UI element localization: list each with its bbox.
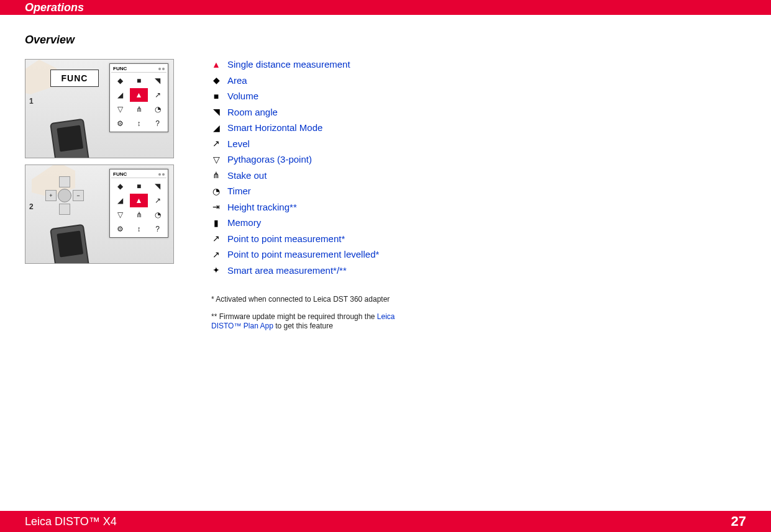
func-key: FUNC [50, 70, 99, 87]
device-body [50, 119, 91, 158]
screen-header-label: FUNC [113, 66, 127, 71]
footer-page: 27 [731, 513, 746, 530]
function-link[interactable]: Height tracking** [227, 201, 297, 214]
height-tracking-icon: ⇥ [211, 202, 221, 212]
function-item: ◔Timer [211, 185, 404, 197]
grid-cell: ▽ [111, 208, 129, 222]
grid-cell: ▽ [111, 102, 129, 116]
function-item: ▲Single distance measurement [211, 58, 404, 71]
function-item: ↗Point to point measurement* [211, 233, 404, 245]
right-column: ▲Single distance measurement ◆Area ■Volu… [211, 34, 404, 339]
grid-cell-selected: ▲ [130, 194, 148, 207]
function-item: ▽Pythagoras (3-point) [211, 153, 404, 166]
grid-cell: ◢ [111, 194, 129, 207]
function-link[interactable]: Smart Horizontal Mode [227, 122, 322, 134]
function-link[interactable]: Timer [227, 185, 251, 197]
function-item: ▮Memory [211, 217, 404, 229]
footnote-2: ** Firmware update might be required thr… [211, 312, 404, 331]
level-icon: ↗ [211, 139, 221, 149]
function-link[interactable]: Smart area measurement*/** [227, 264, 347, 277]
p2p-icon: ↗ [211, 234, 221, 244]
footnotes: * Activated when connected to Leica DST … [211, 295, 404, 331]
screen-header: FUNC [111, 171, 167, 178]
single-distance-icon: ▲ [211, 60, 221, 70]
function-link[interactable]: Memory [227, 217, 261, 229]
step-number: 1 [29, 97, 34, 106]
function-link[interactable]: Point to point measurement levelled* [227, 248, 379, 261]
function-link[interactable]: Point to point measurement* [227, 233, 345, 245]
header-title: Operations [25, 1, 84, 14]
content: Overview 1 FUNC FUNC ◆ ■ ◥ ◢ ▲ ↗ [0, 15, 771, 358]
screen-grid: ◆ ■ ◥ ◢ ▲ ↗ ▽ ⋔ ◔ ⚙ ↕ ? [111, 179, 167, 236]
pythagoras-icon: ▽ [211, 155, 221, 165]
grid-cell: ◔ [148, 102, 167, 116]
page-dots-icon [158, 173, 165, 176]
function-link[interactable]: Stake out [227, 169, 267, 182]
step-number: 2 [29, 202, 34, 211]
function-link[interactable]: Pythagoras (3-point) [227, 153, 312, 166]
screen-header-label: FUNC [113, 171, 127, 177]
grid-cell: ⚙ [111, 222, 129, 236]
room-angle-icon: ◥ [211, 107, 221, 117]
footer-product: Leica DISTO™ X4 [25, 515, 117, 528]
grid-cell: ◔ [148, 208, 167, 222]
volume-icon: ■ [211, 91, 221, 101]
grid-cell: ↕ [130, 222, 148, 236]
illustration-step-1: 1 FUNC FUNC ◆ ■ ◥ ◢ ▲ ↗ ▽ ⋔ [25, 59, 174, 158]
grid-cell: ↕ [130, 117, 148, 130]
grid-cell: ◥ [148, 74, 167, 88]
timer-icon: ◔ [211, 186, 221, 196]
smart-area-icon: ✦ [211, 266, 221, 276]
illustration-step-2: 2 + − FUNC ◆ ■ ◥ ◢ ▲ [25, 165, 174, 264]
smart-horizontal-icon: ◢ [211, 123, 221, 133]
function-item: ◢Smart Horizontal Mode [211, 122, 404, 134]
screen-grid: ◆ ■ ◥ ◢ ▲ ↗ ▽ ⋔ ◔ ⚙ ↕ ? [111, 74, 167, 130]
function-item: ✦Smart area measurement*/** [211, 264, 404, 277]
dpad-down-icon [59, 204, 70, 215]
function-item: ■Volume [211, 90, 404, 102]
stake-out-icon: ⋔ [211, 171, 221, 181]
function-item: ↗Level [211, 138, 404, 150]
dpad-right-icon: − [73, 190, 84, 201]
function-item: ◥Room angle [211, 106, 404, 119]
grid-cell: ⚙ [111, 117, 129, 130]
grid-cell: ◥ [148, 179, 167, 193]
footnote-2-pre: ** Firmware update might be required thr… [211, 312, 377, 321]
grid-cell: ◆ [111, 179, 129, 193]
grid-cell: ? [148, 222, 167, 236]
page-dots-icon [158, 68, 165, 70]
function-item: ◆Area [211, 74, 404, 87]
function-link[interactable]: Single distance measurement [227, 58, 350, 71]
dpad-center-icon [58, 189, 71, 202]
grid-cell: ◆ [111, 74, 129, 88]
grid-cell: ⋔ [130, 208, 148, 222]
memory-icon: ▮ [211, 218, 221, 228]
footnote-1: * Activated when connected to Leica DST … [211, 295, 404, 305]
section-title: Overview [25, 34, 174, 47]
function-list: ▲Single distance measurement ◆Area ■Volu… [211, 58, 404, 276]
p2p-levelled-icon: ↗ [211, 250, 221, 259]
function-link[interactable]: Room angle [227, 106, 278, 119]
area-icon: ◆ [211, 76, 221, 86]
grid-cell: ↗ [148, 88, 167, 102]
function-item: ⋔Stake out [211, 169, 404, 182]
footnote-2-post: to get this feature [273, 322, 333, 330]
dpad: + − [43, 174, 86, 217]
function-item: ⇥Height tracking** [211, 201, 404, 214]
function-item: ↗Point to point measurement levelled* [211, 248, 404, 261]
function-link[interactable]: Volume [227, 90, 258, 102]
grid-cell: ↗ [148, 194, 167, 207]
grid-cell: ⋔ [130, 102, 148, 116]
screen-popup: FUNC ◆ ■ ◥ ◢ ▲ ↗ ▽ ⋔ ◔ ⚙ ↕ ? [109, 63, 168, 132]
grid-cell-selected: ▲ [130, 88, 148, 102]
device-body [50, 224, 91, 264]
footer-bar: Leica DISTO™ X4 27 [0, 511, 771, 532]
grid-cell: ■ [130, 179, 148, 193]
grid-cell: ? [148, 117, 167, 130]
left-column: Overview 1 FUNC FUNC ◆ ■ ◥ ◢ ▲ ↗ [25, 34, 174, 339]
function-link[interactable]: Area [227, 74, 247, 87]
grid-cell: ■ [130, 74, 148, 88]
function-link[interactable]: Level [227, 138, 250, 150]
func-key-label: FUNC [62, 73, 88, 83]
screen-popup: FUNC ◆ ■ ◥ ◢ ▲ ↗ ▽ ⋔ ◔ ⚙ ↕ ? [109, 169, 168, 238]
